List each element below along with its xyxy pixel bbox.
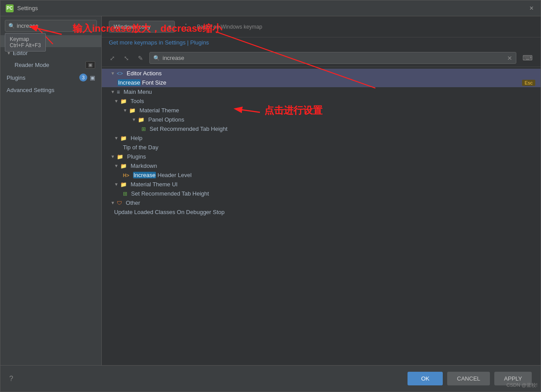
sidebar-item-reader-mode[interactable]: Reader Mode ▣ xyxy=(0,59,101,71)
help-arrow-icon: ▼ xyxy=(114,136,119,141)
ok-button[interactable]: OK xyxy=(408,372,443,385)
tree-item-editor-actions[interactable]: ▼ <> Editor Actions xyxy=(102,69,541,78)
edit-button[interactable]: ✎ xyxy=(135,53,146,63)
tree-item-help[interactable]: ▼ 📁 Help xyxy=(102,133,541,143)
settings-dialog: PC Settings × 🔍 Keymap Ctrl+F Alt+F3 Key… xyxy=(0,0,541,392)
help-label: Help xyxy=(129,135,535,141)
get-more-link-row: Get more keymaps in Settings | Plugins xyxy=(102,37,541,49)
material-theme-label: Material Theme xyxy=(138,107,535,114)
tooltip-shortcut: Ctrl+F Alt+F3 xyxy=(10,42,41,48)
collapse-all-button[interactable]: ⤡ xyxy=(121,53,132,63)
panel-options-folder-icon: 📁 xyxy=(138,117,145,123)
keymap-search-input[interactable] xyxy=(163,52,504,63)
sidebar-search-icon: 🔍 xyxy=(8,23,15,29)
tree-item-increase-header-level[interactable]: H> Increase Header Level xyxy=(102,170,541,180)
set-tab-height-label-2: Set Recommended Tab Height xyxy=(130,190,535,197)
tree-item-tip-of-day[interactable]: Tip of the Day xyxy=(102,143,541,152)
tree-item-main-menu[interactable]: ▼ ≡ Main Menu xyxy=(102,87,541,96)
panel-options-label: Panel Options xyxy=(147,116,535,123)
other-shield-icon: 🛡 xyxy=(117,200,122,206)
set-tab-height-icon-1: ⊞ xyxy=(141,126,146,132)
keymap-select-wrapper: Windows copy ▾ xyxy=(109,21,175,33)
tree-item-material-theme[interactable]: ▼ 📁 Material Theme xyxy=(102,106,541,115)
main-menu-icon: ≡ xyxy=(117,89,120,95)
markdown-arrow-icon: ▼ xyxy=(114,163,119,168)
keymap-search-wrapper: 🔍 ✕ xyxy=(149,52,516,64)
help-folder-icon: 📁 xyxy=(120,135,127,141)
tree-item-increase-font-size[interactable]: Increase Font Size Esc xyxy=(102,78,541,87)
main-panel: Windows copy ▾ ⋮ Based on Windows keymap… xyxy=(102,16,541,365)
tools-label: Tools xyxy=(129,98,535,104)
increase-header-level-label: Increase Header Level xyxy=(131,172,535,178)
main-menu-label: Main Menu xyxy=(122,89,535,95)
tools-arrow-icon: ▼ xyxy=(114,99,119,104)
material-theme-ui-folder-icon: 📁 xyxy=(120,181,127,188)
other-arrow-icon: ▼ xyxy=(111,200,115,205)
sidebar-search-bar: 🔍 Keymap Ctrl+F Alt+F3 xyxy=(0,16,101,35)
tree-item-update-loaded-classes[interactable]: Update Loaded Classes On Debugger Stop xyxy=(102,207,541,217)
tree-item-other[interactable]: ▼ 🛡 Other xyxy=(102,198,541,207)
sidebar-item-advanced-settings[interactable]: Advanced Settings xyxy=(0,84,101,96)
main-menu-arrow-icon: ▼ xyxy=(111,89,115,94)
tooltip-label: Keymap xyxy=(10,36,41,42)
editor-actions-label: Editor Actions xyxy=(125,70,535,77)
tools-folder-icon: 📁 xyxy=(120,98,127,104)
help-button[interactable]: ? xyxy=(9,375,13,383)
search-tooltip: Keymap Ctrl+F Alt+F3 xyxy=(5,33,46,52)
header-level-h-icon: H> xyxy=(123,173,129,178)
sidebar: 🔍 Keymap Ctrl+F Alt+F3 Keymap ▼ Editor R… xyxy=(0,16,102,365)
csdn-watermark: CSDN @蓝校! xyxy=(507,382,537,388)
update-loaded-classes-label: Update Loaded Classes On Debugger Stop xyxy=(114,209,535,215)
material-theme-ui-arrow-icon: ▼ xyxy=(114,182,119,187)
markdown-label: Markdown xyxy=(129,163,535,169)
keymap-tree[interactable]: ▼ <> Editor Actions Increase Font Size E… xyxy=(102,67,541,365)
increase-header-highlight: Increase xyxy=(133,172,156,178)
plugins-folder-icon: 📁 xyxy=(117,154,123,160)
tree-item-plugins-section[interactable]: ▼ 📁 Plugins xyxy=(102,152,541,161)
plugins-section-label: Plugins xyxy=(126,153,535,160)
set-tab-height-icon-2: ⊞ xyxy=(123,191,127,197)
tip-of-day-label: Tip of the Day xyxy=(123,144,535,151)
keymap-toolbar: ⤢ ⤡ ✎ 🔍 ✕ ⌨ xyxy=(102,49,541,67)
other-label: Other xyxy=(124,200,535,206)
reader-mode-shortcut: ▣ xyxy=(85,61,95,69)
tree-item-material-theme-ui[interactable]: ▼ 📁 Material Theme UI xyxy=(102,180,541,189)
panel-options-arrow-icon: ▼ xyxy=(132,117,136,122)
markdown-folder-icon: 📁 xyxy=(120,163,127,169)
dialog-title: Settings xyxy=(17,5,528,11)
based-on-label: Based on Windows keymap xyxy=(197,24,262,30)
increase-highlight: Increase xyxy=(118,79,141,86)
main-content: 🔍 Keymap Ctrl+F Alt+F3 Keymap ▼ Editor R… xyxy=(0,16,541,365)
material-theme-ui-label: Material Theme UI xyxy=(129,181,535,188)
keymap-more-button[interactable]: ⋮ xyxy=(179,21,193,33)
keymap-header: Windows copy ▾ ⋮ Based on Windows keymap xyxy=(102,16,541,37)
sidebar-item-plugins[interactable]: Plugins 3 ▣ xyxy=(0,71,101,84)
increase-font-size-shortcut: Esc xyxy=(522,80,535,86)
plugins-badge: 3 xyxy=(79,74,87,81)
search-clear-button[interactable]: ✕ xyxy=(507,55,512,62)
bottom-bar: ? OK CANCEL APPLY xyxy=(0,365,541,392)
material-theme-arrow-icon: ▼ xyxy=(123,108,127,113)
editor-actions-arrow-icon: ▼ xyxy=(111,71,115,76)
app-icon: PC xyxy=(6,4,14,12)
tree-item-set-recommended-tab-height-1[interactable]: ⊞ Set Recommended Tab Height xyxy=(102,124,541,133)
expand-all-button[interactable]: ⤢ xyxy=(107,53,118,63)
keymap-select[interactable]: Windows copy xyxy=(109,21,175,33)
titlebar: PC Settings × xyxy=(0,0,541,16)
cancel-button[interactable]: CANCEL xyxy=(447,372,490,385)
editor-actions-code-icon: <> xyxy=(117,70,123,77)
get-more-keymaps-link[interactable]: Get more keymaps in Settings | Plugins xyxy=(109,39,209,46)
material-theme-folder-icon: 📁 xyxy=(129,107,136,114)
sidebar-search-input[interactable] xyxy=(5,20,97,32)
plugins-section-arrow-icon: ▼ xyxy=(111,154,115,159)
tree-item-tools[interactable]: ▼ 📁 Tools xyxy=(102,96,541,106)
tree-item-set-recommended-tab-height-2[interactable]: ⊞ Set Recommended Tab Height xyxy=(102,189,541,198)
increase-font-size-label: Increase Font Size xyxy=(118,79,522,86)
set-tab-height-label-1: Set Recommended Tab Height xyxy=(148,126,535,132)
keymap-search-icon: 🔍 xyxy=(153,55,160,61)
tree-item-markdown[interactable]: ▼ 📁 Markdown xyxy=(102,161,541,170)
plugins-icon: ▣ xyxy=(90,74,95,81)
keyboard-icon-button[interactable]: ⌨ xyxy=(520,52,535,64)
tree-item-panel-options[interactable]: ▼ 📁 Panel Options xyxy=(102,115,541,124)
close-button[interactable]: × xyxy=(528,3,535,14)
